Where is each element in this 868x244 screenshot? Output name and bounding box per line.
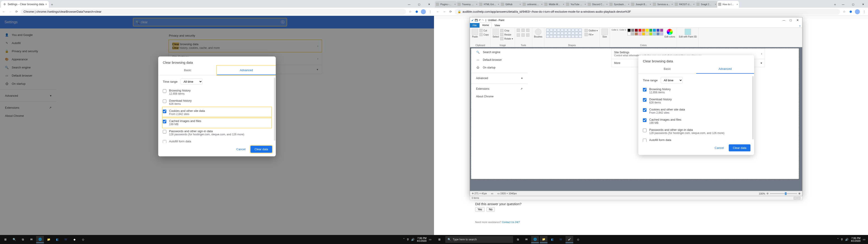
palette-swatch[interactable] <box>646 32 649 35</box>
checkbox[interactable] <box>163 99 166 103</box>
palette-swatch[interactable] <box>653 32 656 35</box>
color-palette[interactable] <box>627 29 663 35</box>
address-bar[interactable]: 🔒 audible.custhelp.com/app/answers/detai… <box>455 9 840 15</box>
close-window-button[interactable]: ✕ <box>858 1 868 8</box>
checkbox[interactable] <box>163 110 166 113</box>
notification-icon[interactable]: ▭ <box>863 238 865 241</box>
cancel-button[interactable]: Cancel <box>712 144 726 151</box>
close-tab-icon[interactable]: × <box>498 3 499 6</box>
size-button[interactable]: Size <box>601 29 608 38</box>
palette-swatch[interactable] <box>660 32 663 35</box>
close-tab-icon[interactable]: × <box>476 3 477 6</box>
browser-tab[interactable]: Joseph B…× <box>630 1 652 8</box>
browser-tab[interactable]: HTML Ent…× <box>478 1 500 8</box>
browser-tab[interactable]: Middle M…× <box>544 1 565 8</box>
option-cookies[interactable]: Cookies and other site dataFrom 2,842 si… <box>643 106 749 116</box>
star-icon[interactable]: ☆ <box>842 10 846 13</box>
close-tab-icon[interactable]: × <box>45 3 47 6</box>
rotate-button[interactable]: Rotate ▾ <box>500 37 513 40</box>
close-tab-icon[interactable]: × <box>672 3 673 6</box>
ribbon-tab-view[interactable]: View <box>492 23 503 28</box>
sidebar-item-extensions[interactable]: Extensions↗ <box>471 85 528 93</box>
minimize-button[interactable]: — <box>404 1 414 8</box>
sidebar-item-about[interactable]: About Chrome <box>471 93 528 100</box>
sidebar-item-advanced[interactable]: Advanced▾ <box>471 74 528 82</box>
new-tab-button[interactable]: ＋ <box>49 1 55 8</box>
tray-chevron-icon[interactable]: ˄ <box>837 238 839 241</box>
option-autofill[interactable]: Autofill form data <box>643 136 749 142</box>
close-tab-icon[interactable]: × <box>454 3 456 6</box>
avatar-icon[interactable] <box>855 9 860 14</box>
taskbar-search[interactable]: 🔍 Type here to search <box>445 236 513 243</box>
ribbon-tab-home[interactable]: Home <box>479 23 492 28</box>
magnifier-tool[interactable] <box>526 33 529 37</box>
zoom-out-button[interactable]: ⊖ <box>767 192 769 195</box>
option-browsing-history[interactable]: Browsing history12,656 items <box>643 86 749 96</box>
sidebar-item-search-engine[interactable]: 🔍Search engine <box>471 48 528 56</box>
contact-link[interactable]: Contact Us 24/7 <box>502 221 520 223</box>
word-icon[interactable]: W <box>62 236 70 243</box>
option-browsing-history[interactable]: Browsing history12,656 items <box>163 87 271 97</box>
extension-icon[interactable]: ⬢ <box>848 10 852 13</box>
feedback-yes-button[interactable]: Yes <box>475 207 485 212</box>
app-icon[interactable]: ◆ <box>70 236 78 243</box>
maximize-button[interactable]: ▢ <box>414 1 424 8</box>
checkbox[interactable] <box>163 140 166 143</box>
task-view-button[interactable]: ⧉ <box>19 236 27 243</box>
text-tool[interactable] <box>526 29 529 32</box>
paste-button[interactable]: Paste <box>472 29 478 38</box>
close-tab-icon[interactable]: × <box>628 3 629 6</box>
dialog-tab-basic[interactable]: Basic <box>158 66 217 75</box>
palette-swatch[interactable] <box>646 29 649 32</box>
paint-help-icon[interactable]: ? <box>797 25 802 28</box>
browser-tab[interactable]: GitHub× <box>500 1 522 8</box>
taskbar-clock[interactable]: 7:06 PM 4/1/2020 <box>851 237 861 242</box>
checkbox[interactable] <box>643 118 647 122</box>
palette-swatch[interactable] <box>627 32 631 35</box>
checkbox[interactable] <box>163 120 166 123</box>
back-button[interactable]: ← <box>436 10 440 13</box>
explorer-icon[interactable]: 📁 <box>45 236 53 243</box>
paint-canvas-area[interactable]: 🔍Search engine ▭Default browser ⏻On star… <box>470 47 802 191</box>
avatar-icon[interactable] <box>421 9 426 14</box>
notification-icon[interactable]: ▭ <box>429 238 431 241</box>
task-view-button[interactable]: ⧉ <box>514 236 522 243</box>
close-tab-icon[interactable]: × <box>737 3 738 6</box>
vscode-icon[interactable]: ◧ <box>53 236 61 243</box>
eraser-tool[interactable] <box>517 33 520 37</box>
close-tab-icon[interactable]: × <box>650 3 651 6</box>
palette-swatch[interactable] <box>660 29 663 32</box>
checkbox[interactable] <box>163 130 166 133</box>
zoom-slider[interactable] <box>770 193 797 194</box>
dialog-tab-advanced[interactable]: Advanced <box>217 66 276 75</box>
option-download-history[interactable]: Download history626 items <box>643 96 749 106</box>
clear-data-button[interactable]: Clear data <box>729 144 750 151</box>
paint-maximize[interactable]: ▢ <box>787 19 794 22</box>
browser-tab[interactable]: Discord C…× <box>587 1 609 8</box>
qat-save-icon[interactable]: 💾 <box>475 19 478 22</box>
option-download-history[interactable]: Download history626 items <box>163 97 271 107</box>
close-tab-icon[interactable]: × <box>563 3 564 6</box>
mail-icon[interactable]: ✉ <box>28 236 35 243</box>
palette-swatch[interactable] <box>653 29 656 32</box>
palette-swatch[interactable] <box>638 29 642 32</box>
close-tab-icon[interactable]: × <box>585 3 586 6</box>
palette-swatch[interactable] <box>642 29 645 32</box>
app-icon[interactable]: ◇ <box>79 236 87 243</box>
shapes-gallery[interactable] <box>546 29 582 38</box>
browser-tab[interactable]: Services a…× <box>652 1 674 8</box>
zoom-in-button[interactable]: ⊕ <box>798 192 800 195</box>
browser-tab[interactable]: Snagit 2…× <box>695 1 717 8</box>
brushes-button[interactable]: Brushes <box>534 29 542 38</box>
extension-icon[interactable]: ⬢ <box>414 10 418 13</box>
tray-network-icon[interactable]: ⚲ <box>407 238 409 241</box>
app-icon[interactable]: ◇ <box>574 236 582 243</box>
picker-tool[interactable] <box>522 33 525 37</box>
palette-swatch[interactable] <box>638 32 642 35</box>
reload-button[interactable]: ⟳ <box>448 10 453 13</box>
tray-volume-icon[interactable]: 🔊 <box>411 238 414 241</box>
view-thumbs-icon[interactable] <box>797 197 800 200</box>
copy-button[interactable]: Copy <box>479 33 489 36</box>
checkbox[interactable] <box>163 89 166 93</box>
option-passwords[interactable]: Passwords and other sign-in data128 pass… <box>643 126 749 136</box>
